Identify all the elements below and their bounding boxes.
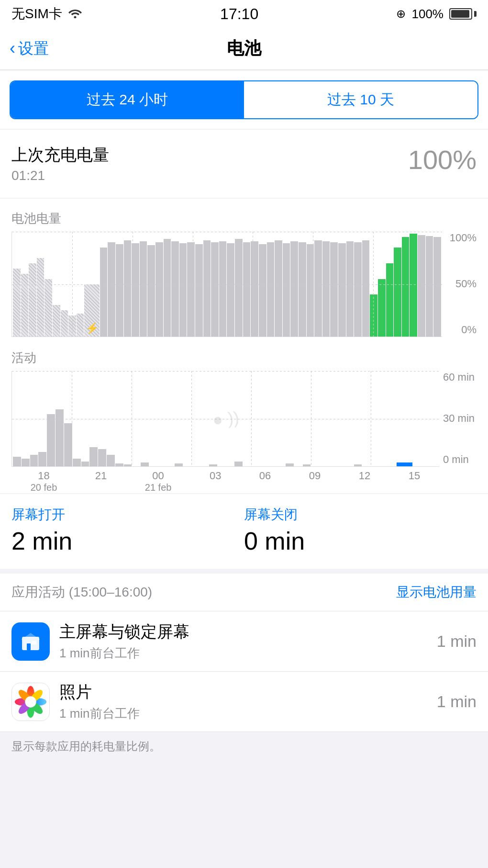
activity-y-0: 0 min [443, 453, 477, 466]
carrier-label: 无SIM卡 [11, 5, 62, 23]
svg-rect-2 [27, 643, 31, 650]
footer-note: 显示每款应用的耗电量比例。 [0, 732, 488, 761]
y-50: 50% [446, 278, 477, 290]
tab-selector: 过去 24 小时 过去 10 天 [10, 80, 478, 119]
home-app-icon [11, 622, 50, 661]
photos-app-icon [11, 683, 50, 721]
footer-text: 显示每款应用的耗电量比例。 [11, 740, 161, 753]
battery-percent: 100% [411, 7, 444, 22]
home-app-name: 主屏幕与锁定屏幕 [59, 621, 427, 643]
time-label-2: 00 21 feb [145, 470, 172, 493]
page-title: 电池 [227, 37, 261, 60]
last-charge-section: 上次充电电量 01:21 100% [0, 130, 488, 198]
time-label-0: 18 20 feb [31, 470, 57, 493]
activity-section: 活动 ● )) [0, 342, 488, 493]
app-activity-header: 应用活动 (15:00–16:00) 显示电池用量 [0, 574, 488, 611]
y-0: 0% [446, 324, 477, 336]
back-label: 设置 [18, 38, 49, 59]
last-charge-title: 上次充电电量 [11, 144, 109, 166]
tab-24h[interactable]: 过去 24 小时 [11, 81, 244, 118]
screen-on-stat: 屏幕打开 2 min [11, 506, 244, 555]
app-activity-title: 应用活动 (15:00–16:00) [11, 583, 152, 601]
screen-off-value: 0 min [244, 527, 477, 555]
tab-10d[interactable]: 过去 10 天 [244, 81, 477, 118]
app-row-home: 主屏幕与锁定屏幕 1 min前台工作 1 min [0, 611, 488, 672]
time-label-6: 12 [359, 470, 370, 493]
app-row-photos: 照片 1 min前台工作 1 min [0, 672, 488, 732]
screen-lock-icon: ⊕ [396, 7, 406, 21]
battery-chart-section: 电池电量 [0, 199, 488, 342]
activity-y-axis: 60 min 30 min 0 min [439, 371, 477, 467]
photos-app-info: 照片 1 min前台工作 [59, 681, 427, 722]
screen-on-label: 屏幕打开 [11, 506, 244, 524]
photos-app-detail: 1 min前台工作 [59, 705, 427, 722]
status-left: 无SIM卡 [11, 5, 82, 23]
status-bar: 无SIM卡 17:10 ⊕ 100% [0, 0, 488, 28]
home-app-detail: 1 min前台工作 [59, 645, 427, 662]
tab-container: 过去 24 小时 过去 10 天 [0, 71, 488, 129]
show-usage-link[interactable]: 显示电池用量 [396, 583, 477, 601]
svg-rect-3 [32, 641, 36, 644]
last-charge-time: 01:21 [11, 168, 109, 183]
screen-off-label: 屏幕关闭 [244, 506, 477, 524]
screen-on-value: 2 min [11, 527, 244, 555]
last-charge-percent: 100% [408, 144, 477, 175]
svg-point-13 [25, 696, 36, 707]
time-label-5: 09 [309, 470, 321, 493]
photos-app-usage: 1 min [437, 692, 477, 711]
photos-app-name: 照片 [59, 681, 427, 703]
home-app-info: 主屏幕与锁定屏幕 1 min前台工作 [59, 621, 427, 662]
time-label-3: 03 [210, 470, 221, 493]
divider-1 [0, 569, 488, 574]
battery-chart-label: 电池电量 [11, 210, 477, 227]
svg-point-0 [74, 16, 76, 19]
back-button[interactable]: ‹ 设置 [10, 38, 49, 59]
time-label-4: 06 [259, 470, 271, 493]
y-100: 100% [446, 232, 477, 244]
status-right: ⊕ 100% [396, 7, 477, 22]
time-label-1: 21 [95, 470, 107, 493]
time-label-7: 15 [409, 470, 420, 493]
status-time: 17:10 [220, 5, 258, 23]
chevron-left-icon: ‹ [10, 40, 15, 57]
screen-stats: 屏幕打开 2 min 屏幕关闭 0 min [0, 494, 488, 569]
activity-chart-label: 活动 [11, 349, 477, 366]
home-app-usage: 1 min [437, 632, 477, 651]
nav-bar: ‹ 设置 电池 [0, 28, 488, 70]
screen-off-stat: 屏幕关闭 0 min [244, 506, 477, 555]
activity-y-30: 30 min [443, 412, 477, 425]
activity-y-60: 60 min [443, 371, 477, 383]
battery-icon [449, 8, 477, 20]
wifi-icon [68, 6, 82, 22]
battery-y-axis: 100% 50% 0% [442, 232, 477, 337]
